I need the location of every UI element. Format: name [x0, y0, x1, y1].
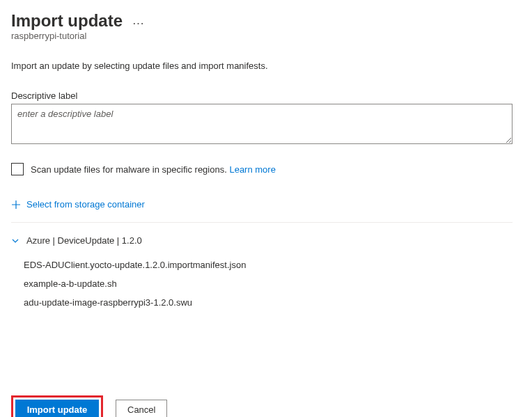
plus-icon	[11, 200, 21, 210]
footer-actions: Import update Cancel	[11, 395, 521, 417]
file-list: EDS-ADUClient.yocto-update.1.2.0.importm…	[11, 255, 513, 312]
scan-malware-label: Scan update files for malware in specifi…	[31, 164, 276, 175]
descriptive-label-caption: Descriptive label	[11, 91, 521, 101]
page-title: Import update	[11, 11, 123, 31]
more-icon[interactable]: ⋯	[132, 16, 145, 31]
list-item: example-a-b-update.sh	[24, 274, 513, 293]
highlight-box: Import update	[11, 395, 103, 417]
scan-malware-text: Scan update files for malware in specifi…	[31, 164, 229, 175]
update-group-title: Azure | DeviceUpdate | 1.2.0	[26, 235, 142, 246]
scan-malware-checkbox[interactable]	[11, 163, 24, 175]
cancel-button[interactable]: Cancel	[116, 400, 167, 417]
update-group: Azure | DeviceUpdate | 1.2.0 EDS-ADUClie…	[11, 233, 513, 312]
intro-text: Import an update by selecting update fil…	[11, 61, 521, 71]
divider	[11, 222, 513, 223]
learn-more-link[interactable]: Learn more	[229, 164, 275, 175]
breadcrumb-subtitle: raspberrypi-tutorial	[11, 31, 521, 41]
list-item: EDS-ADUClient.yocto-update.1.2.0.importm…	[24, 255, 513, 274]
list-item: adu-update-image-raspberrypi3-1.2.0.swu	[24, 293, 513, 312]
select-storage-button[interactable]: Select from storage container	[11, 195, 521, 214]
import-update-button[interactable]: Import update	[15, 400, 99, 417]
descriptive-label-input[interactable]	[11, 104, 513, 144]
chevron-down-icon	[11, 237, 19, 245]
update-group-toggle[interactable]: Azure | DeviceUpdate | 1.2.0	[11, 233, 513, 249]
select-storage-label: Select from storage container	[26, 199, 145, 210]
